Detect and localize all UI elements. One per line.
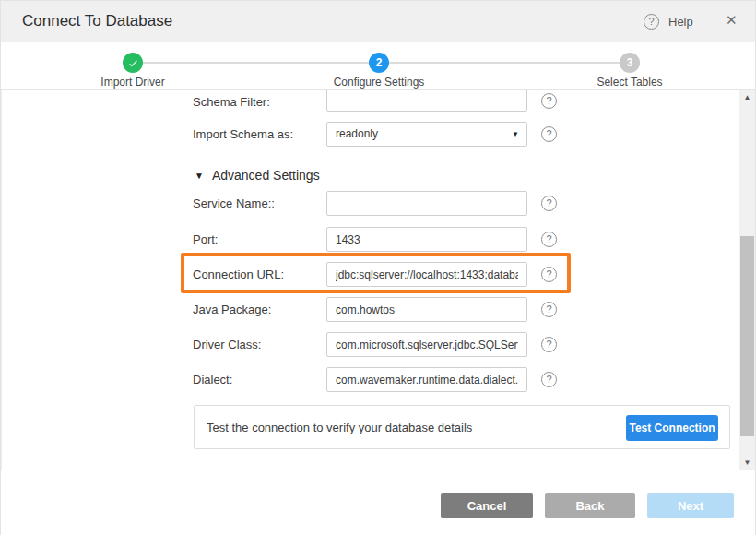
- close-icon[interactable]: ✕: [726, 12, 738, 29]
- test-connection-button[interactable]: Test Connection: [626, 415, 718, 441]
- help-icon[interactable]: ?: [541, 267, 557, 282]
- advanced-settings-toggle[interactable]: ▼Advanced Settings: [195, 168, 320, 183]
- connection-url-label: Connection URL:: [193, 268, 284, 281]
- help-icon[interactable]: ?: [541, 196, 557, 211]
- schema-filter-label: Schema Filter:: [193, 95, 270, 109]
- help-icon[interactable]: ?: [541, 232, 557, 247]
- java-package-label: Java Package:: [193, 303, 271, 316]
- next-button[interactable]: Next: [647, 493, 734, 518]
- help-icon[interactable]: ?: [541, 93, 557, 109]
- driver-class-input[interactable]: [326, 332, 527, 357]
- check-icon: [127, 57, 139, 69]
- form-row-import-schema-as: Import Schema as: readonly ▼ ?: [2, 122, 738, 147]
- form-row-connection-url: Connection URL: ?: [2, 262, 738, 287]
- dialog-header: Connect To Database ? Help ✕: [1, 1, 755, 42]
- advanced-settings-label: Advanced Settings: [212, 168, 320, 183]
- step-select-tables-label: Select Tables: [597, 76, 662, 89]
- form-row-driver-class: Driver Class: ?: [2, 332, 738, 357]
- wizard-stepper: Import Driver 2 Configure Settings 3 Sel…: [1, 42, 755, 90]
- step-select-tables-circle[interactable]: 3: [620, 53, 640, 73]
- form-row-schema-filter: Schema Filter: ?: [2, 90, 738, 112]
- help-icon[interactable]: ?: [541, 126, 557, 142]
- vertical-scrollbar[interactable]: ▲ ▼: [739, 90, 755, 470]
- help-icon[interactable]: ?: [541, 372, 557, 387]
- connection-url-input[interactable]: [326, 262, 527, 287]
- service-name-input[interactable]: [326, 191, 527, 216]
- form-row-service-name: Service Name:: ?: [2, 191, 738, 216]
- step-configure-settings-circle[interactable]: 2: [369, 53, 389, 73]
- help-icon[interactable]: ?: [541, 337, 557, 352]
- scroll-down-icon[interactable]: ▼: [739, 456, 755, 470]
- dialect-input[interactable]: [326, 367, 527, 392]
- form-row-dialect: Dialect: ?: [2, 367, 738, 392]
- port-label: Port:: [193, 232, 218, 246]
- connect-to-database-dialog: Connect To Database ? Help ✕ Import Driv…: [0, 0, 756, 535]
- step-connector: [389, 62, 620, 64]
- import-schema-as-value: readonly: [336, 127, 378, 140]
- help-icon[interactable]: ?: [541, 302, 557, 317]
- cancel-button[interactable]: Cancel: [441, 493, 533, 518]
- chevron-down-icon: ▼: [512, 123, 519, 146]
- import-schema-as-select[interactable]: readonly ▼: [326, 122, 527, 147]
- form-scroll-area: Schema Filter: ? Import Schema as: reado…: [1, 90, 738, 470]
- java-package-input[interactable]: [326, 297, 527, 322]
- collapse-caret-icon: ▼: [195, 171, 204, 181]
- back-button[interactable]: Back: [545, 493, 635, 518]
- dialog-footer: Cancel Back Next: [1, 470, 755, 535]
- schema-filter-input[interactable]: [326, 90, 527, 112]
- step-import-driver-circle[interactable]: [123, 53, 143, 73]
- test-connection-panel: Test the connection to verify your datab…: [194, 405, 730, 449]
- help-link[interactable]: Help: [668, 15, 693, 29]
- form-row-port: Port: ?: [2, 227, 738, 252]
- dialect-label: Dialect:: [193, 373, 232, 386]
- step-configure-settings-label: Configure Settings: [334, 76, 425, 89]
- scrollbar-thumb[interactable]: [740, 236, 754, 436]
- form-row-java-package: Java Package: ?: [2, 297, 738, 322]
- scroll-up-icon[interactable]: ▲: [739, 90, 755, 104]
- port-input[interactable]: [326, 227, 527, 252]
- help-icon[interactable]: ?: [644, 14, 659, 30]
- test-connection-message: Test the connection to verify your datab…: [207, 421, 472, 434]
- import-schema-as-label: Import Schema as:: [193, 127, 293, 141]
- service-name-label: Service Name::: [193, 196, 275, 210]
- dialog-title: Connect To Database: [22, 12, 172, 30]
- step-connector: [143, 62, 369, 64]
- driver-class-label: Driver Class:: [193, 338, 261, 351]
- step-import-driver-label: Import Driver: [100, 76, 164, 89]
